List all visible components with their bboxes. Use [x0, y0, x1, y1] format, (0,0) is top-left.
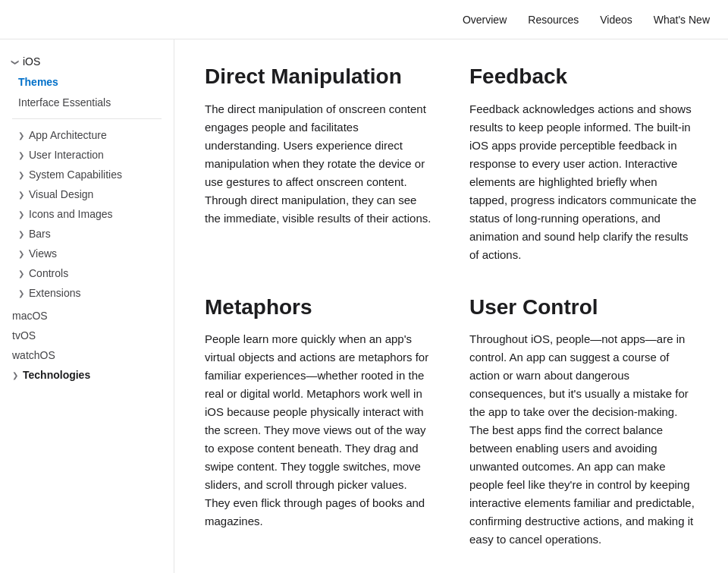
ios-chevron-icon: ❯ [11, 58, 20, 65]
nav-whats-new[interactable]: What's New [654, 14, 710, 26]
sidebar-item-system-capabilities[interactable]: ❯System Capabilities [0, 165, 174, 184]
icons-and-images-label: Icons and Images [29, 208, 113, 220]
sidebar-item-bars[interactable]: ❯Bars [0, 224, 174, 244]
content-section-feedback: FeedbackFeedback acknowledges actions an… [469, 64, 698, 264]
sidebar-divider [12, 118, 162, 119]
content-section-direct-manipulation: Direct ManipulationThe direct manipulati… [205, 64, 433, 264]
views-chevron-icon: ❯ [18, 250, 24, 258]
nav-overview[interactable]: Overview [463, 14, 507, 26]
metaphors-title: Metaphors [205, 294, 433, 320]
app-architecture-chevron-icon: ❯ [18, 131, 24, 140]
icons-and-images-chevron-icon: ❯ [18, 210, 24, 219]
feedback-title: Feedback [469, 64, 698, 90]
system-capabilities-chevron-icon: ❯ [18, 171, 24, 179]
metaphors-body: People learn more quickly when an app's … [205, 330, 433, 530]
user-control-title: User Control [469, 294, 698, 320]
user-control-body: Throughout iOS, people—not apps—are in c… [469, 330, 698, 549]
sidebar-item-visual-design[interactable]: ❯Visual Design [0, 184, 174, 204]
sidebar-item-icons-and-images[interactable]: ❯Icons and Images [0, 204, 174, 224]
main-nav: OverviewResourcesVideosWhat's New [463, 14, 710, 26]
sidebar-item-controls[interactable]: ❯Controls [0, 263, 174, 283]
app-architecture-label: App Architecture [29, 129, 107, 141]
bars-chevron-icon: ❯ [18, 230, 24, 238]
nav-videos[interactable]: Videos [600, 14, 632, 26]
ios-label: iOS [23, 55, 40, 68]
content-section-user-control: User ControlThroughout iOS, people—not a… [469, 294, 698, 549]
feedback-body: Feedback acknowledges actions and shows … [469, 100, 698, 264]
sidebar-section-ios: ❯iOSThemesInterface Essentials❯App Archi… [0, 52, 174, 303]
sidebar-item-app-architecture[interactable]: ❯App Architecture [0, 125, 174, 145]
sidebar-item-themes[interactable]: Themes [0, 71, 174, 93]
visual-design-label: Visual Design [29, 188, 93, 200]
sidebar: ❯iOSThemesInterface Essentials❯App Archi… [0, 39, 174, 573]
controls-label: Controls [29, 267, 68, 279]
extensions-chevron-icon: ❯ [18, 289, 24, 298]
sidebar-item-views[interactable]: ❯Views [0, 244, 174, 263]
sidebar-platform-watchos[interactable]: watchOS [0, 345, 174, 365]
sidebar-item-technologies[interactable]: ❯Technologies [0, 365, 174, 385]
content-section-metaphors: MetaphorsPeople learn more quickly when … [205, 294, 433, 549]
sidebar-item-user-interaction[interactable]: ❯User Interaction [0, 145, 174, 165]
content-grid: Direct ManipulationThe direct manipulati… [205, 64, 698, 549]
visual-design-chevron-icon: ❯ [18, 190, 24, 199]
sidebar-platform-macos[interactable]: macOS [0, 306, 174, 326]
sidebar-item-extensions[interactable]: ❯Extensions [0, 283, 174, 303]
controls-chevron-icon: ❯ [18, 269, 24, 278]
sidebar-platform-tvos[interactable]: tvOS [0, 326, 174, 345]
nav-resources[interactable]: Resources [528, 14, 579, 26]
views-label: Views [29, 247, 57, 260]
interface-essentials-label: Interface Essentials [18, 96, 111, 109]
sidebar-platform-ios[interactable]: ❯iOS [0, 52, 174, 71]
direct-manipulation-title: Direct Manipulation [205, 64, 433, 90]
sidebar-item-interface-essentials[interactable]: Interface Essentials [0, 93, 174, 112]
header: OverviewResourcesVideosWhat's New [0, 0, 728, 39]
user-interaction-chevron-icon: ❯ [18, 151, 24, 159]
technologies-chevron-icon: ❯ [12, 371, 18, 379]
main-layout: ❯iOSThemesInterface Essentials❯App Archi… [0, 39, 728, 573]
user-interaction-label: User Interaction [29, 149, 104, 161]
technologies-label: Technologies [23, 369, 90, 381]
main-content: Direct ManipulationThe direct manipulati… [174, 39, 728, 573]
bars-label: Bars [29, 228, 51, 240]
system-capabilities-label: System Capabilities [29, 168, 122, 181]
direct-manipulation-body: The direct manipulation of onscreen cont… [205, 100, 433, 228]
extensions-label: Extensions [29, 287, 80, 299]
